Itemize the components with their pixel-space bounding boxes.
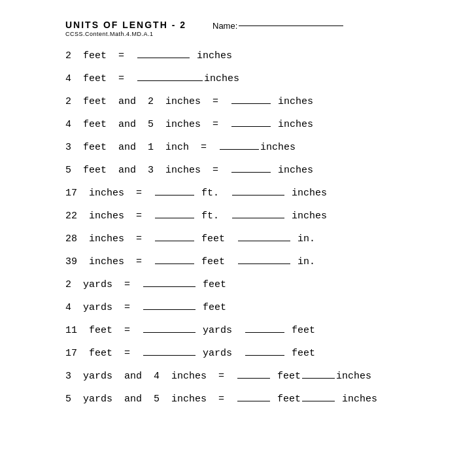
blank-11 — [143, 286, 196, 287]
blank-13a — [143, 332, 196, 333]
blank-16a — [237, 401, 270, 401]
problem-12: 4 yards = feet — [65, 301, 450, 314]
problem-11: 2 yards = feet — [65, 278, 450, 292]
blank-14b — [245, 355, 284, 356]
problem-2: 4 feet = inches — [65, 72, 450, 86]
blank-10b — [238, 264, 290, 264]
blank-15b — [302, 378, 335, 379]
blank-7b — [232, 195, 284, 196]
blank-15a — [237, 378, 270, 379]
problem-6: 5 feet and 3 inches = inches — [65, 163, 450, 177]
problem-14: 17 feet = yards feet — [65, 347, 450, 360]
blank-4 — [231, 126, 271, 127]
problem-4: 4 feet and 5 inches = inches — [65, 118, 450, 131]
problem-15: 3 yards and 4 inches = feet inches — [65, 369, 450, 383]
problem-8: 22 inches = ft. inches — [65, 209, 450, 223]
blank-14a — [143, 355, 196, 356]
blank-9b — [238, 241, 290, 241]
problem-1: 2 feet = inches — [65, 49, 450, 63]
blank-9a — [155, 241, 194, 241]
page-title: UNITS OF LENGTH - 2 — [65, 20, 186, 30]
page-subtitle: CCSS.Content.Math.4.MD.A.1 — [65, 31, 186, 37]
name-label: Name: — [212, 21, 237, 31]
blank-16b — [302, 401, 335, 401]
blank-5 — [220, 149, 259, 150]
blank-13b — [245, 332, 284, 333]
blank-2 — [137, 80, 203, 81]
problem-3: 2 feet and 2 inches = inches — [65, 95, 450, 109]
problem-16: 5 yards and 5 inches = feet inches — [65, 392, 450, 406]
problem-7: 17 inches = ft. inches — [65, 186, 450, 200]
problem-13: 11 feet = yards feet — [65, 324, 450, 337]
page-header: UNITS OF LENGTH - 2 CCSS.Content.Math.4.… — [65, 20, 450, 37]
name-field: Name: — [212, 20, 343, 31]
blank-3 — [231, 103, 271, 104]
name-underline — [239, 26, 343, 26]
blank-7a — [155, 195, 194, 196]
blank-6 — [231, 172, 271, 173]
blank-12 — [143, 309, 196, 310]
blank-8a — [155, 218, 194, 218]
title-block: UNITS OF LENGTH - 2 CCSS.Content.Math.4.… — [65, 20, 186, 37]
blank-1 — [137, 58, 190, 58]
problem-10: 39 inches = feet in. — [65, 255, 450, 269]
blank-10a — [155, 264, 194, 264]
blank-8b — [232, 218, 284, 218]
problem-9: 28 inches = feet in. — [65, 232, 450, 246]
problem-5: 3 feet and 1 inch = inches — [65, 141, 450, 154]
